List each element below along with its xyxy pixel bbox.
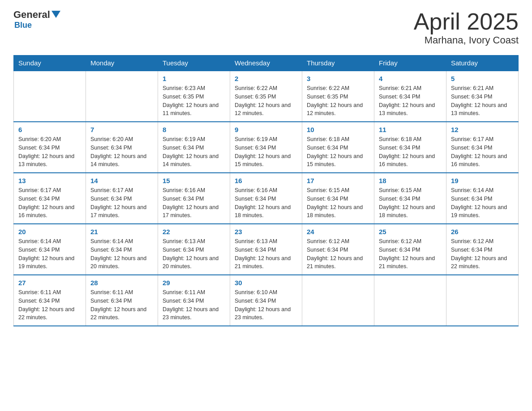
sunset-text: Sunset: 6:34 PM — [90, 195, 153, 203]
day-number: 8 — [163, 126, 225, 133]
daylight-text: Daylight: 12 hours and 15 minutes. — [235, 152, 297, 169]
day-info: Sunrise: 6:13 AMSunset: 6:34 PMDaylight:… — [235, 237, 297, 271]
sunrise-text: Sunrise: 6:10 AM — [235, 288, 297, 297]
calendar-day-cell: 25Sunrise: 6:12 AMSunset: 6:34 PMDayligh… — [374, 224, 446, 275]
day-number: 22 — [163, 228, 225, 235]
calendar-day-cell: 2Sunrise: 6:22 AMSunset: 6:35 PMDaylight… — [230, 71, 302, 122]
day-info: Sunrise: 6:11 AMSunset: 6:34 PMDaylight:… — [90, 288, 153, 322]
sunset-text: Sunset: 6:34 PM — [18, 246, 81, 254]
sunset-text: Sunset: 6:34 PM — [235, 246, 297, 254]
daylight-text: Daylight: 12 hours and 13 minutes. — [18, 152, 81, 169]
sunrise-text: Sunrise: 6:12 AM — [451, 237, 514, 246]
calendar-table: SundayMondayTuesdayWednesdayThursdayFrid… — [13, 55, 519, 326]
calendar-day-cell: 22Sunrise: 6:13 AMSunset: 6:34 PMDayligh… — [158, 224, 230, 275]
sunset-text: Sunset: 6:34 PM — [379, 246, 442, 254]
daylight-text: Daylight: 12 hours and 22 minutes. — [18, 305, 81, 322]
daylight-text: Daylight: 12 hours and 16 minutes. — [18, 203, 81, 220]
calendar-subtitle: Marhana, Ivory Coast — [414, 34, 519, 46]
sunrise-text: Sunrise: 6:20 AM — [18, 135, 81, 144]
day-of-week-header: Tuesday — [158, 56, 230, 71]
daylight-text: Daylight: 12 hours and 21 minutes. — [307, 254, 369, 271]
day-info: Sunrise: 6:21 AMSunset: 6:34 PMDaylight:… — [451, 84, 514, 118]
title-block: April 2025 Marhana, Ivory Coast — [414, 9, 519, 46]
sunset-text: Sunset: 6:34 PM — [235, 144, 297, 152]
day-number: 13 — [18, 177, 81, 184]
sunset-text: Sunset: 6:34 PM — [163, 144, 225, 152]
calendar-day-cell: 16Sunrise: 6:16 AMSunset: 6:34 PMDayligh… — [230, 173, 302, 224]
day-info: Sunrise: 6:11 AMSunset: 6:34 PMDaylight:… — [163, 288, 225, 322]
daylight-text: Daylight: 12 hours and 20 minutes. — [163, 254, 225, 271]
calendar-day-cell: 21Sunrise: 6:14 AMSunset: 6:34 PMDayligh… — [86, 224, 158, 275]
day-info: Sunrise: 6:20 AMSunset: 6:34 PMDaylight:… — [90, 135, 153, 169]
calendar-week-row: 6Sunrise: 6:20 AMSunset: 6:34 PMDaylight… — [14, 122, 519, 173]
calendar-day-cell: 8Sunrise: 6:19 AMSunset: 6:34 PMDaylight… — [158, 122, 230, 173]
calendar-day-cell: 18Sunrise: 6:15 AMSunset: 6:34 PMDayligh… — [374, 173, 446, 224]
daylight-text: Daylight: 12 hours and 18 minutes. — [379, 203, 442, 220]
day-number: 7 — [90, 126, 153, 133]
day-number: 30 — [235, 279, 297, 287]
calendar-day-cell: 3Sunrise: 6:22 AMSunset: 6:35 PMDaylight… — [302, 71, 374, 122]
sunrise-text: Sunrise: 6:14 AM — [90, 237, 153, 246]
daylight-text: Daylight: 12 hours and 22 minutes. — [451, 254, 514, 271]
sunrise-text: Sunrise: 6:13 AM — [235, 237, 297, 246]
calendar-week-row: 1Sunrise: 6:23 AMSunset: 6:35 PMDaylight… — [14, 71, 519, 122]
day-of-week-header: Sunday — [14, 56, 86, 71]
daylight-text: Daylight: 12 hours and 23 minutes. — [163, 305, 225, 322]
daylight-text: Daylight: 12 hours and 21 minutes. — [235, 254, 297, 271]
daylight-text: Daylight: 12 hours and 22 minutes. — [90, 305, 153, 322]
day-number: 29 — [163, 279, 225, 287]
sunset-text: Sunset: 6:35 PM — [307, 93, 369, 101]
day-number: 17 — [307, 177, 369, 184]
day-number: 14 — [90, 177, 153, 184]
daylight-text: Daylight: 12 hours and 13 minutes. — [451, 101, 514, 118]
sunrise-text: Sunrise: 6:17 AM — [451, 135, 514, 144]
day-info: Sunrise: 6:14 AMSunset: 6:34 PMDaylight:… — [451, 186, 514, 220]
daylight-text: Daylight: 12 hours and 19 minutes. — [18, 254, 81, 271]
sunrise-text: Sunrise: 6:15 AM — [307, 186, 369, 195]
day-info: Sunrise: 6:10 AMSunset: 6:34 PMDaylight:… — [235, 288, 297, 322]
day-info: Sunrise: 6:16 AMSunset: 6:34 PMDaylight:… — [235, 186, 297, 220]
sunrise-text: Sunrise: 6:18 AM — [379, 135, 442, 144]
sunset-text: Sunset: 6:34 PM — [307, 195, 369, 203]
sunrise-text: Sunrise: 6:22 AM — [235, 84, 297, 93]
calendar-day-cell — [446, 275, 519, 326]
sunset-text: Sunset: 6:34 PM — [90, 297, 153, 305]
sunrise-text: Sunrise: 6:17 AM — [18, 186, 81, 195]
sunrise-text: Sunrise: 6:14 AM — [18, 237, 81, 246]
day-number: 23 — [235, 228, 297, 235]
day-of-week-header: Thursday — [302, 56, 374, 71]
calendar-day-cell — [374, 275, 446, 326]
day-number: 27 — [18, 279, 81, 287]
sunset-text: Sunset: 6:34 PM — [235, 195, 297, 203]
sunrise-text: Sunrise: 6:15 AM — [379, 186, 442, 195]
day-number: 28 — [90, 279, 153, 287]
day-number: 2 — [235, 75, 297, 82]
day-number: 1 — [163, 75, 225, 82]
calendar-week-row: 13Sunrise: 6:17 AMSunset: 6:34 PMDayligh… — [14, 173, 519, 224]
daylight-text: Daylight: 12 hours and 18 minutes. — [235, 203, 297, 220]
daylight-text: Daylight: 12 hours and 13 minutes. — [379, 101, 442, 118]
day-of-week-header: Friday — [374, 56, 446, 71]
sunset-text: Sunset: 6:34 PM — [18, 195, 81, 203]
day-number: 19 — [451, 177, 514, 184]
day-number: 11 — [379, 126, 442, 133]
sunrise-text: Sunrise: 6:17 AM — [90, 186, 153, 195]
sunset-text: Sunset: 6:34 PM — [451, 93, 514, 101]
calendar-day-cell: 28Sunrise: 6:11 AMSunset: 6:34 PMDayligh… — [86, 275, 158, 326]
calendar-day-cell: 13Sunrise: 6:17 AMSunset: 6:34 PMDayligh… — [14, 173, 86, 224]
sunrise-text: Sunrise: 6:16 AM — [235, 186, 297, 195]
sunset-text: Sunset: 6:35 PM — [235, 93, 297, 101]
calendar-day-cell: 7Sunrise: 6:20 AMSunset: 6:34 PMDaylight… — [86, 122, 158, 173]
day-of-week-header: Monday — [86, 56, 158, 71]
calendar-header-row: SundayMondayTuesdayWednesdayThursdayFrid… — [14, 56, 519, 71]
day-info: Sunrise: 6:22 AMSunset: 6:35 PMDaylight:… — [235, 84, 297, 118]
day-info: Sunrise: 6:12 AMSunset: 6:34 PMDaylight:… — [307, 237, 369, 271]
day-info: Sunrise: 6:14 AMSunset: 6:34 PMDaylight:… — [90, 237, 153, 271]
calendar-day-cell: 9Sunrise: 6:19 AMSunset: 6:34 PMDaylight… — [230, 122, 302, 173]
sunrise-text: Sunrise: 6:16 AM — [163, 186, 225, 195]
day-number: 21 — [90, 228, 153, 235]
day-info: Sunrise: 6:17 AMSunset: 6:34 PMDaylight:… — [451, 135, 514, 169]
day-info: Sunrise: 6:22 AMSunset: 6:35 PMDaylight:… — [307, 84, 369, 118]
day-number: 18 — [379, 177, 442, 184]
calendar-day-cell: 4Sunrise: 6:21 AMSunset: 6:34 PMDaylight… — [374, 71, 446, 122]
